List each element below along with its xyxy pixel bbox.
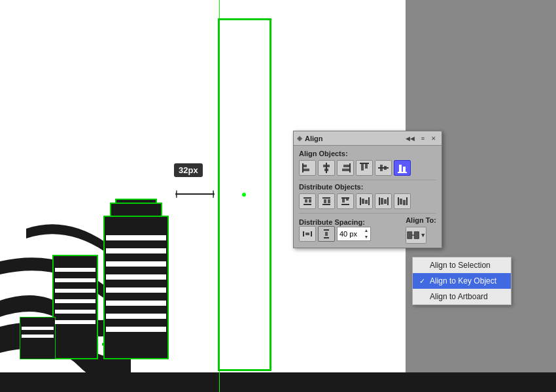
align-middle-v-btn[interactable] bbox=[375, 160, 392, 176]
svg-rect-10 bbox=[326, 163, 327, 173]
align-to-artboard-item[interactable]: Align to Artboard bbox=[413, 289, 511, 304]
align-to-btn[interactable]: ▼ bbox=[406, 227, 426, 244]
align-panel-body: Align Objects: bbox=[294, 146, 442, 248]
svg-rect-26 bbox=[304, 204, 311, 205]
align-panel-close-btn[interactable]: ✕ bbox=[429, 135, 438, 142]
svg-rect-41 bbox=[384, 199, 387, 204]
svg-rect-35 bbox=[360, 197, 361, 205]
svg-rect-33 bbox=[341, 204, 349, 205]
align-to-selection-item[interactable]: Align to Selection bbox=[413, 257, 511, 273]
distribute-objects-buttons bbox=[299, 193, 436, 209]
svg-rect-50 bbox=[324, 229, 329, 231]
dist-center-h-btn[interactable] bbox=[375, 193, 392, 209]
align-to-selection-label: Align to Selection bbox=[430, 261, 491, 270]
svg-rect-22 bbox=[398, 172, 407, 173]
building-area bbox=[0, 216, 190, 372]
svg-rect-13 bbox=[349, 163, 351, 172]
svg-rect-54 bbox=[414, 232, 419, 239]
align-to-key-object-label: Align to Key Object bbox=[430, 276, 496, 286]
svg-rect-19 bbox=[378, 167, 389, 169]
align-right-btn[interactable] bbox=[337, 160, 354, 176]
svg-rect-47 bbox=[303, 231, 304, 237]
divider-2 bbox=[299, 213, 436, 214]
align-center-h-btn[interactable] bbox=[318, 160, 335, 176]
dist-center-v-btn[interactable] bbox=[318, 193, 335, 209]
svg-rect-21 bbox=[403, 167, 406, 172]
svg-rect-24 bbox=[305, 199, 307, 203]
spacing-down-btn[interactable]: ▼ bbox=[362, 234, 370, 240]
svg-rect-46 bbox=[406, 197, 408, 205]
dist-left-btn[interactable] bbox=[356, 193, 373, 209]
align-to-label: Align To: bbox=[406, 216, 436, 224]
distribute-objects-label: Distribute Objects: bbox=[299, 183, 436, 191]
spacing-vert-btn[interactable] bbox=[318, 226, 335, 242]
spacing-spinners: ▲ ▼ bbox=[362, 227, 370, 240]
dist-top-btn[interactable] bbox=[299, 193, 316, 209]
align-panel: ◈ Align ◀◀ ≡ ✕ Align Objects: bbox=[293, 131, 442, 248]
svg-rect-48 bbox=[311, 231, 312, 237]
svg-rect-42 bbox=[387, 197, 389, 205]
spacing-input-wrap: ▲ ▼ bbox=[337, 227, 371, 241]
align-panel-menu-btn[interactable]: ≡ bbox=[419, 135, 426, 142]
align-to-section: Align To: ▼ bbox=[406, 216, 436, 244]
svg-rect-20 bbox=[399, 165, 402, 172]
align-panel-title: ◈ Align bbox=[297, 135, 323, 142]
svg-rect-6 bbox=[303, 169, 309, 171]
svg-rect-49 bbox=[305, 233, 309, 235]
align-left-btn[interactable] bbox=[299, 160, 316, 176]
svg-rect-7 bbox=[302, 163, 304, 172]
align-panel-collapse-btn[interactable]: ◀◀ bbox=[404, 135, 417, 142]
spacing-input[interactable] bbox=[338, 230, 362, 238]
align-objects-buttons bbox=[299, 160, 436, 176]
spacing-controls: ▲ ▼ bbox=[299, 226, 371, 242]
bottom-section: Distribute Spacing: ▲ ▼ bbox=[299, 216, 436, 244]
svg-rect-27 bbox=[322, 197, 330, 199]
svg-rect-37 bbox=[365, 200, 368, 204]
svg-rect-15 bbox=[365, 164, 368, 169]
svg-rect-30 bbox=[322, 204, 330, 205]
svg-rect-12 bbox=[342, 169, 350, 171]
svg-rect-44 bbox=[400, 199, 402, 204]
align-to-selection-check bbox=[419, 261, 427, 269]
align-panel-icon: ◈ bbox=[297, 135, 302, 142]
svg-rect-11 bbox=[343, 165, 350, 167]
divider-1 bbox=[299, 180, 436, 180]
dist-bottom-btn[interactable] bbox=[337, 193, 354, 209]
svg-rect-51 bbox=[324, 237, 329, 238]
svg-rect-38 bbox=[368, 197, 370, 205]
svg-rect-14 bbox=[361, 164, 364, 171]
align-panel-title-text: Align bbox=[305, 135, 323, 142]
align-top-btn[interactable] bbox=[356, 160, 373, 176]
measure-label: 32px bbox=[174, 163, 203, 177]
align-objects-label: Align Objects: bbox=[299, 150, 436, 157]
align-to-key-object-check: ✓ bbox=[419, 277, 427, 286]
svg-rect-40 bbox=[381, 198, 383, 204]
align-to-key-object-item[interactable]: ✓ Align to Key Object bbox=[413, 273, 511, 289]
svg-rect-25 bbox=[309, 199, 311, 203]
svg-rect-28 bbox=[324, 199, 326, 203]
align-to-artboard-check bbox=[419, 293, 427, 301]
align-to-dropdown: Align to Selection ✓ Align to Key Object… bbox=[412, 257, 512, 305]
align-panel-controls: ◀◀ ≡ ✕ bbox=[404, 135, 438, 142]
svg-rect-36 bbox=[362, 199, 364, 204]
svg-rect-52 bbox=[325, 232, 328, 236]
spacing-horiz-btn[interactable] bbox=[299, 226, 316, 242]
svg-rect-53 bbox=[408, 232, 412, 239]
align-to-artboard-label: Align to Artboard bbox=[430, 292, 488, 301]
measure-arrow bbox=[175, 189, 215, 199]
distribute-spacing-section: Distribute Spacing: ▲ ▼ bbox=[299, 218, 371, 242]
canvas-area: 32px bbox=[0, 0, 556, 392]
align-bottom-btn[interactable] bbox=[394, 160, 411, 176]
svg-rect-45 bbox=[403, 200, 406, 205]
distribute-spacing-label: Distribute Spacing: bbox=[299, 218, 371, 226]
svg-rect-16 bbox=[360, 163, 369, 164]
svg-rect-43 bbox=[398, 197, 399, 205]
svg-rect-39 bbox=[379, 197, 380, 205]
svg-rect-29 bbox=[328, 199, 330, 203]
spacing-up-btn[interactable]: ▲ bbox=[362, 227, 370, 234]
align-panel-titlebar: ◈ Align ◀◀ ≡ ✕ bbox=[294, 131, 442, 146]
dist-right-btn[interactable] bbox=[394, 193, 411, 209]
svg-rect-23 bbox=[304, 197, 311, 199]
svg-rect-34 bbox=[341, 197, 349, 199]
green-dot bbox=[242, 193, 246, 197]
